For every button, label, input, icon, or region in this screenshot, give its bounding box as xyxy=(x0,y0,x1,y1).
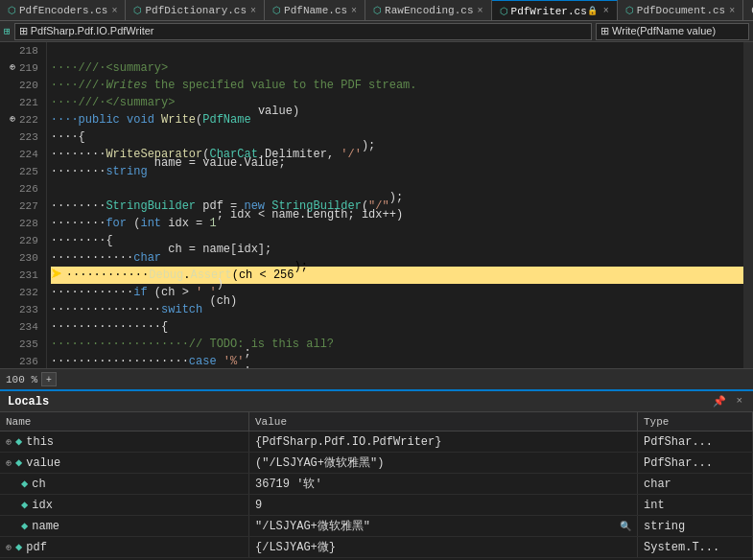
cell-name-ch: ◆ ch xyxy=(0,474,249,494)
line-230: 230 xyxy=(8,249,38,267)
locals-table: Name Value Type ⊕ ◆ this {PdfSharp.Pdf.I… xyxy=(0,412,753,560)
line-227: 227 xyxy=(8,198,38,215)
line-233: 233 xyxy=(8,301,38,318)
table-row[interactable]: ⊕ ◆ pdf {/LSJYAG+微} System.T... xyxy=(0,537,753,558)
close-icon[interactable]: × xyxy=(250,6,256,16)
tab-pdfname[interactable]: ⬡ PdfName.cs × xyxy=(265,0,365,21)
zoom-level: 100 % xyxy=(6,374,37,385)
table-row[interactable]: ◆ idx 9 int xyxy=(0,495,753,516)
cell-value-this: {PdfSharp.Pdf.IO.PdfWriter} xyxy=(249,432,638,452)
code-line-230: ············char ch = name[idx]; xyxy=(51,249,753,267)
expand-icon[interactable]: ⊕ xyxy=(6,542,12,553)
locals-panel: Locals 📌 × Name Value Type ⊕ ◆ this {Pdf… xyxy=(0,389,753,560)
line-235: 235 xyxy=(8,336,38,353)
diamond-icon: ◆ xyxy=(21,477,28,491)
line-222: 222 xyxy=(8,111,38,128)
line-232: 232 xyxy=(8,284,38,301)
tab-pdfencoders[interactable]: ⬡ PdfEncoders.cs × xyxy=(0,0,126,21)
code-line-222: ····public void Write(PdfName value) xyxy=(51,111,753,128)
lock-icon: 🔒 xyxy=(587,6,598,16)
expand-icon[interactable]: ⊕ xyxy=(6,436,12,448)
line-224: 224 xyxy=(8,146,38,163)
line-221: 221 xyxy=(8,94,38,111)
tab-open[interactable]: Open... xyxy=(743,0,753,21)
cell-type-idx: int xyxy=(638,495,753,515)
table-row[interactable]: ⊕ ◆ this {PdfSharp.Pdf.IO.PdfWriter} Pdf… xyxy=(0,432,753,453)
expand-icon[interactable]: ⊕ xyxy=(6,457,12,469)
cell-value-idx: 9 xyxy=(249,495,638,515)
cell-name-idx: ◆ idx xyxy=(0,495,249,515)
line-225: 225 xyxy=(8,163,38,180)
code-content[interactable]: ····///·<summary> ····///·Writes the spe… xyxy=(47,42,753,368)
code-line-225: ········string name = value.Value; xyxy=(51,163,753,180)
file-icon: ⬡ xyxy=(625,5,634,16)
close-icon[interactable]: × xyxy=(351,6,357,16)
code-line-231: ⮞············Debug.Assert(ch < 256); xyxy=(51,267,753,284)
code-line-219: ····///·<summary> xyxy=(51,59,753,77)
close-icon[interactable]: × xyxy=(478,6,483,16)
line-226: 226 xyxy=(8,180,38,198)
code-line-223: ····{ xyxy=(51,128,753,146)
cell-name-pdf: ⊕ ◆ pdf xyxy=(0,537,249,557)
code-line-228: ········for (int idx = 1; idx < name.Len… xyxy=(51,215,753,232)
cell-value-name: "/LSJYAG+微软雅黑" 🔍 xyxy=(249,516,638,536)
file-icon: ⬡ xyxy=(373,5,382,16)
zoom-bar: 100 % + xyxy=(0,368,753,389)
diamond-icon: ◆ xyxy=(15,540,22,554)
tab-pdfwriter[interactable]: ⬡ PdfWriter.cs 🔒 × xyxy=(492,0,618,21)
line-223: 223 xyxy=(8,128,38,146)
table-row[interactable]: ⊕ ◆ value ("/LSJYAG+微软雅黑") PdfShar... xyxy=(0,453,753,474)
zoom-in-button[interactable]: + xyxy=(41,372,57,386)
table-row[interactable]: ◆ ch 36719 '软' char xyxy=(0,474,753,495)
line-219: 219 xyxy=(8,59,38,77)
cell-type-ch: char xyxy=(638,474,753,494)
search-icon[interactable]: 🔍 xyxy=(620,521,631,532)
code-line-218 xyxy=(51,42,753,59)
code-line-235: ····················// TODO: is this all… xyxy=(51,336,753,353)
code-line-232: ············if (ch > ' ') xyxy=(51,284,753,301)
close-icon[interactable]: × xyxy=(603,6,609,16)
table-header: Name Value Type xyxy=(0,412,753,432)
tab-bar: ⬡ PdfEncoders.cs × ⬡ PdfDictionary.cs × … xyxy=(0,0,753,21)
code-line-221: ····///·</summary> xyxy=(51,94,753,111)
editor-scrollbar[interactable] xyxy=(743,42,753,368)
line-numbers: 218 219 220 221 222 223 224 225 226 227 … xyxy=(0,42,47,368)
nav-method-input[interactable] xyxy=(596,23,749,40)
col-value[interactable]: Value xyxy=(249,412,638,431)
cell-value-ch: 36719 '软' xyxy=(249,474,638,494)
line-220: 220 xyxy=(8,77,38,94)
close-icon[interactable]: × xyxy=(111,6,117,16)
line-229: 229 xyxy=(8,232,38,249)
nav-class-icon: ⊞ xyxy=(4,25,11,37)
pin-button[interactable]: 📌 xyxy=(710,395,729,408)
cell-name-this: ⊕ ◆ this xyxy=(0,432,249,452)
tab-pdfdictionary[interactable]: ⬡ PdfDictionary.cs × xyxy=(126,0,265,21)
cell-type-value: PdfShar... xyxy=(638,453,753,473)
code-line-236: ····················case '%'; xyxy=(51,353,753,368)
line-228: 228 xyxy=(8,215,38,232)
cell-name-value: ⊕ ◆ value xyxy=(0,453,249,473)
line-236: 236 xyxy=(8,353,38,368)
close-panel-button[interactable]: × xyxy=(733,395,745,408)
col-name[interactable]: Name xyxy=(0,412,249,431)
diamond-icon: ◆ xyxy=(15,455,22,470)
locals-panel-header: Locals 📌 × xyxy=(0,391,753,412)
close-icon[interactable]: × xyxy=(729,6,735,16)
table-row[interactable]: ◆ name "/LSJYAG+微软雅黑" 🔍 string xyxy=(0,516,753,537)
cell-type-pdf: System.T... xyxy=(638,537,753,557)
diamond-icon: ◆ xyxy=(21,519,28,533)
cell-value-value: ("/LSJYAG+微软雅黑") xyxy=(249,453,638,473)
nav-path-input[interactable] xyxy=(14,23,592,40)
file-icon: ⬡ xyxy=(133,5,142,16)
code-line-220: ····///·Writes the specified value to th… xyxy=(51,77,753,94)
tab-rawencoding[interactable]: ⬡ RawEncoding.cs × xyxy=(365,0,491,21)
code-line-233: ················switch (ch) xyxy=(51,301,753,318)
line-234: 234 xyxy=(8,318,38,336)
col-type[interactable]: Type xyxy=(638,412,753,431)
code-line-234: ················{ xyxy=(51,318,753,336)
locals-title: Locals xyxy=(8,395,49,408)
tab-pdfdocument[interactable]: ⬡ PdfDocument.cs × xyxy=(618,0,743,21)
debug-arrow: ⮞ xyxy=(51,267,62,284)
editor-area: 218 219 220 221 222 223 224 225 226 227 … xyxy=(0,42,753,368)
file-icon: ⬡ xyxy=(8,5,16,16)
